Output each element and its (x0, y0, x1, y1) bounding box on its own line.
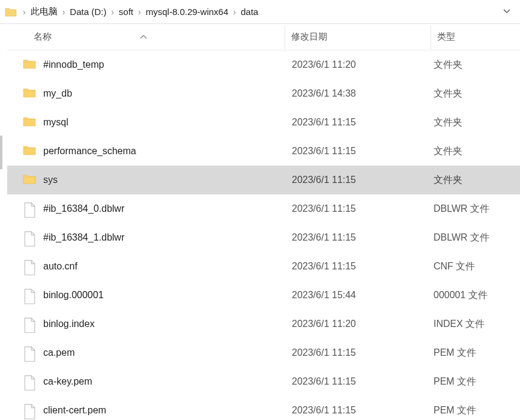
column-divider[interactable] (285, 25, 285, 49)
file-name: binlog.000001 (43, 290, 292, 301)
file-row[interactable]: my_db2023/6/1 14:38文件夹 (7, 79, 520, 108)
file-date: 2023/6/1 11:15 (292, 175, 434, 185)
file-list-pane: 名称 修改日期 类型 #innodb_temp2023/6/1 11:20文件夹… (7, 24, 520, 420)
file-type: PEM 文件 (434, 347, 520, 359)
file-name: #innodb_temp (43, 59, 292, 70)
file-icon (23, 317, 36, 331)
file-type: 文件夹 (434, 116, 520, 129)
column-header-type[interactable]: 类型 (437, 31, 520, 43)
breadcrumb-item[interactable]: data (240, 5, 259, 18)
file-icon (23, 289, 36, 302)
breadcrumb[interactable]: › 此电脑 › Data (D:) › soft › mysql-8.0.29-… (0, 0, 520, 24)
file-name: performance_schema (43, 146, 292, 157)
folder-icon (5, 7, 17, 17)
file-type: DBLWR 文件 (434, 232, 520, 244)
file-date: 2023/6/1 11:20 (292, 319, 434, 329)
file-type: DBLWR 文件 (434, 203, 520, 215)
file-name: sys (43, 175, 292, 185)
file-icon (23, 202, 36, 215)
scroll-accent (0, 136, 2, 169)
file-name: my_db (43, 88, 292, 99)
chevron-right-icon: › (19, 7, 29, 17)
chevron-right-icon: › (229, 7, 240, 17)
file-name: auto.cnf (43, 261, 292, 272)
file-date: 2023/6/1 11:15 (292, 146, 434, 157)
file-name: ca-key.pem (43, 376, 292, 387)
file-type: PEM 文件 (434, 376, 520, 388)
file-type: CNF 文件 (434, 260, 520, 273)
file-icon (23, 346, 36, 359)
breadcrumb-item[interactable]: soft (118, 5, 135, 18)
file-date: 2023/6/1 11:15 (292, 347, 434, 358)
folder-icon (23, 87, 36, 100)
file-row[interactable]: mysql2023/6/1 11:15文件夹 (7, 108, 520, 137)
file-type: 000001 文件 (434, 289, 520, 302)
file-row[interactable]: client-cert.pem2023/6/1 11:15PEM 文件 (7, 396, 520, 420)
file-row[interactable]: performance_schema2023/6/1 11:15文件夹 (7, 137, 520, 166)
file-row[interactable]: #innodb_temp2023/6/1 11:20文件夹 (7, 50, 520, 79)
file-type: 文件夹 (434, 174, 520, 187)
file-row[interactable]: #ib_16384_0.dblwr2023/6/1 11:15DBLWR 文件 (7, 194, 520, 223)
folder-icon (23, 116, 36, 129)
columns-header: 名称 修改日期 类型 (7, 24, 520, 50)
breadcrumb-item[interactable]: Data (D:) (68, 5, 107, 18)
column-header-name[interactable]: 名称 (7, 31, 285, 43)
folder-icon (23, 173, 36, 187)
column-label: 修改日期 (291, 31, 327, 41)
file-icon (23, 375, 36, 388)
column-header-date[interactable]: 修改日期 (291, 31, 431, 43)
file-date: 2023/6/1 11:15 (292, 232, 434, 243)
chevron-right-icon: › (59, 7, 69, 17)
file-icon (23, 404, 36, 417)
folder-icon (23, 58, 36, 71)
file-icon (23, 260, 36, 273)
file-type: 文件夹 (434, 145, 520, 158)
file-name: #ib_16384_0.dblwr (43, 203, 292, 214)
file-row[interactable]: ca.pem2023/6/1 11:15PEM 文件 (7, 338, 520, 367)
column-label: 类型 (437, 31, 455, 41)
chevron-right-icon: › (135, 7, 145, 17)
breadcrumb-item[interactable]: mysql-8.0.29-winx64 (145, 5, 230, 18)
file-icon (23, 231, 36, 244)
file-type: INDEX 文件 (434, 318, 520, 331)
breadcrumb-item[interactable]: 此电脑 (29, 5, 59, 19)
file-list: #innodb_temp2023/6/1 11:20文件夹my_db2023/6… (7, 50, 520, 420)
file-type: PEM 文件 (434, 404, 520, 417)
file-name: #ib_16384_1.dblwr (43, 232, 292, 243)
chevron-down-icon[interactable] (502, 6, 512, 18)
file-name: client-cert.pem (43, 405, 292, 416)
file-name: mysql (43, 117, 292, 128)
file-date: 2023/6/1 11:15 (292, 203, 434, 214)
file-row[interactable]: binlog.index2023/6/1 11:20INDEX 文件 (7, 310, 520, 338)
file-row[interactable]: ca-key.pem2023/6/1 11:15PEM 文件 (7, 367, 520, 396)
file-date: 2023/6/1 15:44 (292, 290, 434, 301)
left-gutter (0, 24, 7, 420)
file-row[interactable]: #ib_16384_1.dblwr2023/6/1 11:15DBLWR 文件 (7, 223, 520, 252)
sort-caret-icon (139, 34, 148, 42)
chevron-right-icon: › (107, 7, 118, 17)
file-row[interactable]: binlog.0000012023/6/1 15:44000001 文件 (7, 281, 520, 310)
folder-icon (23, 145, 36, 158)
column-label: 名称 (34, 31, 52, 43)
file-date: 2023/6/1 11:20 (292, 59, 434, 70)
column-divider[interactable] (431, 25, 431, 49)
file-name: ca.pem (43, 347, 292, 358)
file-date: 2023/6/1 11:15 (292, 376, 434, 387)
file-date: 2023/6/1 11:15 (292, 405, 434, 416)
file-type: 文件夹 (434, 88, 520, 100)
file-date: 2023/6/1 11:15 (292, 261, 434, 272)
file-name: binlog.index (43, 319, 292, 329)
file-date: 2023/6/1 11:15 (292, 117, 434, 128)
file-type: 文件夹 (434, 59, 520, 71)
file-row[interactable]: sys2023/6/1 11:15文件夹 (7, 166, 520, 194)
file-date: 2023/6/1 14:38 (292, 88, 434, 99)
file-row[interactable]: auto.cnf2023/6/1 11:15CNF 文件 (7, 252, 520, 281)
